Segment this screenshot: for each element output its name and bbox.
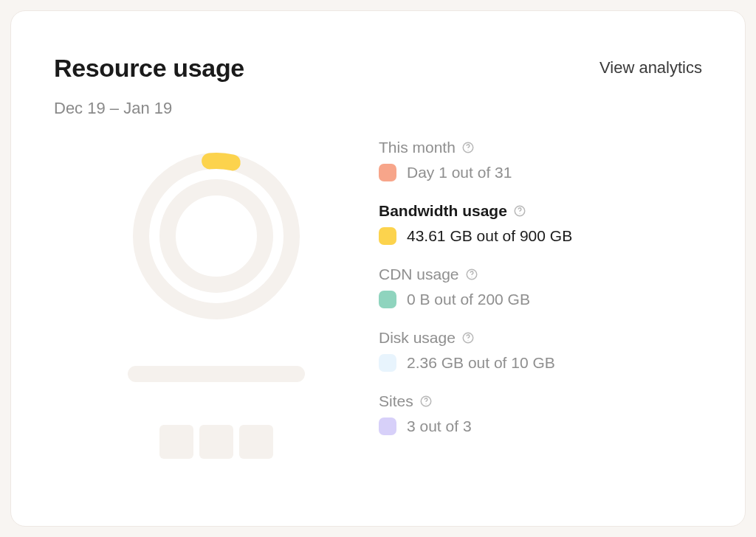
date-range: Dec 19 – Jan 19 bbox=[54, 99, 702, 118]
block-item bbox=[239, 425, 273, 459]
metric-value: 43.61 GB out of 900 GB bbox=[407, 227, 572, 245]
metric-value: 3 out of 3 bbox=[407, 418, 472, 435]
metric-title: Disk usage bbox=[379, 329, 456, 347]
metric-sites[interactable]: Sites 3 out of 3 bbox=[379, 392, 702, 435]
svg-point-4 bbox=[467, 150, 468, 150]
metric-disk[interactable]: Disk usage 2.36 GB out of 10 GB bbox=[379, 329, 702, 372]
metric-bandwidth[interactable]: Bandwidth usage 43.61 GB out of 900 GB bbox=[379, 202, 702, 245]
metric-title: Bandwidth usage bbox=[379, 202, 507, 220]
metrics-column: This month Day 1 out of 31 Bandwidth usa… bbox=[379, 134, 702, 459]
metric-title: This month bbox=[379, 139, 456, 156]
svg-point-12 bbox=[425, 403, 426, 404]
metric-cdn[interactable]: CDN usage 0 B out of 200 GB bbox=[379, 266, 702, 308]
metric-title: CDN usage bbox=[379, 266, 459, 283]
bar-placeholder bbox=[128, 366, 305, 382]
visual-column bbox=[54, 134, 379, 459]
help-icon[interactable] bbox=[461, 141, 475, 154]
metric-this-month[interactable]: This month Day 1 out of 31 bbox=[379, 139, 702, 181]
swatch-sites bbox=[379, 418, 396, 435]
svg-point-6 bbox=[519, 213, 520, 214]
help-icon[interactable] bbox=[465, 268, 478, 281]
metric-value: Day 1 out of 31 bbox=[407, 164, 512, 181]
swatch-bandwidth bbox=[379, 227, 396, 245]
card-header: Resource usage View analytics bbox=[54, 54, 702, 83]
svg-point-10 bbox=[467, 340, 468, 341]
card-content: This month Day 1 out of 31 Bandwidth usa… bbox=[54, 134, 702, 459]
card-title: Resource usage bbox=[54, 54, 244, 83]
swatch-cdn bbox=[379, 291, 396, 308]
donut-chart bbox=[128, 148, 305, 325]
swatch-disk bbox=[379, 354, 396, 372]
svg-point-8 bbox=[471, 277, 472, 277]
block-item bbox=[159, 425, 193, 459]
metric-value: 2.36 GB out of 10 GB bbox=[407, 354, 555, 372]
help-icon[interactable] bbox=[461, 331, 475, 344]
metric-title: Sites bbox=[379, 392, 413, 410]
block-item bbox=[199, 425, 233, 459]
resource-usage-card: Resource usage View analytics Dec 19 – J… bbox=[10, 10, 746, 527]
svg-point-1 bbox=[168, 187, 265, 285]
block-placeholders bbox=[159, 425, 273, 459]
view-analytics-link[interactable]: View analytics bbox=[599, 58, 702, 77]
swatch-this-month bbox=[379, 164, 396, 181]
metric-value: 0 B out of 200 GB bbox=[407, 291, 530, 308]
help-icon[interactable] bbox=[513, 204, 526, 218]
help-icon[interactable] bbox=[419, 395, 433, 408]
